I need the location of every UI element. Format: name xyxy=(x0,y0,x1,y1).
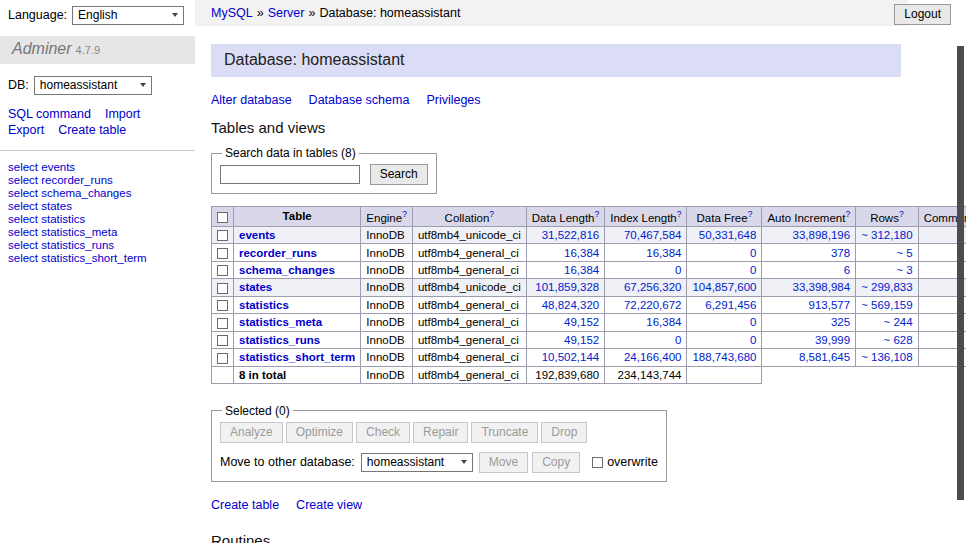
search-button[interactable]: Search xyxy=(370,164,428,185)
index-length-link[interactable]: 67,256,320 xyxy=(624,281,682,293)
index-length-link[interactable]: 16,384 xyxy=(646,316,681,328)
overwrite-checkbox[interactable] xyxy=(592,457,603,468)
sidebar-table-link-states[interactable]: select states xyxy=(8,200,187,213)
auto-increment-link[interactable]: 39,999 xyxy=(815,334,850,346)
logout-button[interactable]: Logout xyxy=(894,4,951,25)
auto-increment-link[interactable]: 6 xyxy=(844,264,850,276)
create-link-create-table[interactable]: Create table xyxy=(211,498,279,512)
auto-increment-link[interactable]: 33,398,984 xyxy=(793,281,851,293)
data-free-link[interactable]: 0 xyxy=(750,316,756,328)
copy-button[interactable]: Copy xyxy=(532,452,580,473)
help-link[interactable]: ? xyxy=(748,209,753,219)
app-logo[interactable]: Adminer xyxy=(12,40,72,57)
move-button[interactable]: Move xyxy=(479,452,528,473)
index-length-link[interactable]: 0 xyxy=(675,334,681,346)
sidebar-table-link-statistics[interactable]: select statistics xyxy=(8,213,187,226)
data-free-link[interactable]: 104,857,600 xyxy=(692,281,756,293)
table-name-link[interactable]: states xyxy=(239,281,272,293)
sidebar-table-link-events[interactable]: select events xyxy=(8,161,187,174)
auto-increment-link[interactable]: 913,577 xyxy=(809,299,851,311)
index-length-link[interactable]: 0 xyxy=(675,264,681,276)
sidebar-table-link-recorder-runs[interactable]: select recorder_runs xyxy=(8,174,187,187)
index-length-link[interactable]: 72,220,672 xyxy=(624,299,682,311)
sidebar-table-link-statistics-meta[interactable]: select statistics_meta xyxy=(8,226,187,239)
data-free-link[interactable]: 0 xyxy=(750,334,756,346)
nav-link-privileges[interactable]: Privileges xyxy=(426,93,480,107)
sidebar-table-link-schema-changes[interactable]: select schema_changes xyxy=(8,187,187,200)
row-checkbox[interactable] xyxy=(217,283,228,294)
data-length-link[interactable]: 101,859,328 xyxy=(535,281,599,293)
row-checkbox[interactable] xyxy=(217,300,228,311)
rows-count-link[interactable]: ~ 299,833 xyxy=(861,281,912,293)
table-name-link[interactable]: statistics_meta xyxy=(239,316,322,328)
selected-action-analyze[interactable]: Analyze xyxy=(220,422,283,443)
rows-count-link[interactable]: ~ 312,180 xyxy=(861,229,912,241)
rows-count-link[interactable]: ~ 3 xyxy=(896,264,912,276)
index-length-link[interactable]: 16,384 xyxy=(646,247,681,259)
select-all-checkbox[interactable] xyxy=(217,212,228,223)
nav-link-database-schema[interactable]: Database schema xyxy=(309,93,410,107)
selected-action-truncate[interactable]: Truncate xyxy=(471,422,538,443)
help-link[interactable]: ? xyxy=(845,209,850,219)
help-link[interactable]: ? xyxy=(594,209,599,219)
sidebar-action-import[interactable]: Import xyxy=(105,107,140,123)
row-checkbox[interactable] xyxy=(217,335,228,346)
data-free-link[interactable]: 188,743,680 xyxy=(692,351,756,363)
data-free-link[interactable]: 50,331,648 xyxy=(699,229,757,241)
table-name-link[interactable]: statistics_short_term xyxy=(239,351,355,363)
help-link[interactable]: ? xyxy=(899,209,904,219)
sidebar-table-link-statistics-runs[interactable]: select statistics_runs xyxy=(8,239,187,252)
rows-count-link[interactable]: ~ 136,108 xyxy=(861,351,912,363)
sidebar-action-sql-command[interactable]: SQL command xyxy=(8,107,91,123)
rows-count-link[interactable]: ~ 5 xyxy=(896,247,912,259)
table-name-link[interactable]: statistics xyxy=(239,299,289,311)
data-length-link[interactable]: 31,522,816 xyxy=(542,229,600,241)
data-length-link[interactable]: 49,152 xyxy=(564,316,599,328)
selected-action-drop[interactable]: Drop xyxy=(541,422,587,443)
search-input[interactable] xyxy=(220,165,360,184)
data-length-link[interactable]: 49,152 xyxy=(564,334,599,346)
move-database-select[interactable]: homeassistant xyxy=(361,453,473,472)
table-name-link[interactable]: statistics_runs xyxy=(239,334,320,346)
sidebar-action-create-table[interactable]: Create table xyxy=(58,123,126,139)
breadcrumb-item-mysql[interactable]: MySQL xyxy=(211,6,253,20)
data-length-link[interactable]: 16,384 xyxy=(564,264,599,276)
breadcrumb-item-server[interactable]: Server xyxy=(268,6,305,20)
help-link[interactable]: ? xyxy=(677,209,682,219)
data-length-link[interactable]: 48,824,320 xyxy=(542,299,600,311)
data-free-link[interactable]: 0 xyxy=(750,264,756,276)
help-link[interactable]: ? xyxy=(489,209,494,219)
data-length-link[interactable]: 10,502,144 xyxy=(542,351,600,363)
row-checkbox[interactable] xyxy=(217,248,228,259)
data-length-link[interactable]: 16,384 xyxy=(564,247,599,259)
row-checkbox[interactable] xyxy=(217,230,228,241)
index-length-link[interactable]: 70,467,584 xyxy=(624,229,682,241)
help-link[interactable]: ? xyxy=(402,209,407,219)
row-checkbox[interactable] xyxy=(217,265,228,276)
language-select[interactable]: English xyxy=(72,6,184,25)
vertical-scrollbar-thumb[interactable] xyxy=(957,46,964,500)
data-free-link[interactable]: 0 xyxy=(750,247,756,259)
auto-increment-link[interactable]: 325 xyxy=(831,316,850,328)
create-link-create-view[interactable]: Create view xyxy=(296,498,362,512)
selected-action-check[interactable]: Check xyxy=(356,422,410,443)
index-length-link[interactable]: 24,166,400 xyxy=(624,351,682,363)
auto-increment-link[interactable]: 378 xyxy=(831,247,850,259)
rows-count-link[interactable]: ~ 244 xyxy=(884,316,913,328)
row-checkbox[interactable] xyxy=(217,353,228,364)
db-select[interactable]: homeassistant xyxy=(34,76,152,95)
data-free-link[interactable]: 6,291,456 xyxy=(705,299,756,311)
table-name-link[interactable]: recorder_runs xyxy=(239,247,317,259)
row-checkbox[interactable] xyxy=(217,318,228,329)
rows-count-link[interactable]: ~ 569,159 xyxy=(861,299,912,311)
sidebar-action-export[interactable]: Export xyxy=(8,123,44,139)
selected-action-optimize[interactable]: Optimize xyxy=(286,422,353,443)
table-name-link[interactable]: schema_changes xyxy=(239,264,335,276)
table-name-link[interactable]: events xyxy=(239,229,275,241)
selected-action-repair[interactable]: Repair xyxy=(413,422,468,443)
auto-increment-link[interactable]: 8,581,645 xyxy=(799,351,850,363)
rows-count-link[interactable]: ~ 628 xyxy=(884,334,913,346)
auto-increment-link[interactable]: 33,898,196 xyxy=(793,229,851,241)
sidebar-table-link-statistics-short-term[interactable]: select statistics_short_term xyxy=(8,252,187,265)
nav-link-alter-database[interactable]: Alter database xyxy=(211,93,292,107)
